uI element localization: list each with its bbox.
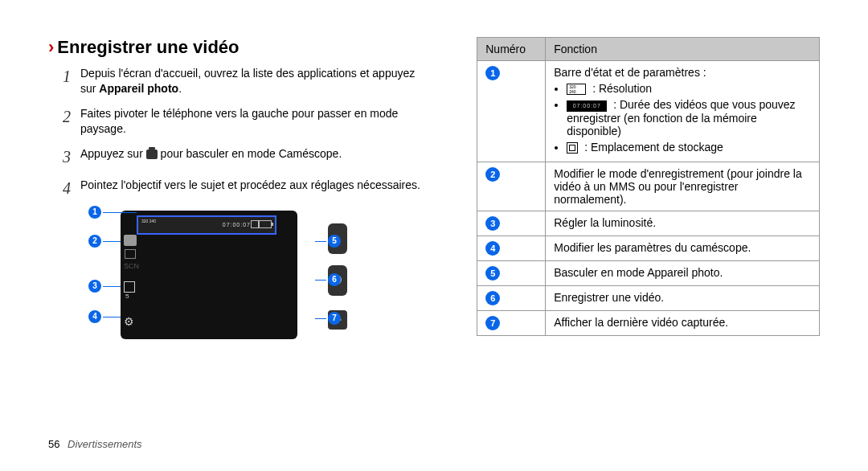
header-fonction: Fonction <box>546 38 820 61</box>
exposure-value: 5 <box>125 293 129 300</box>
timer-text: 07:00:07 <box>223 222 251 227</box>
callout-line <box>103 286 121 287</box>
section-title: Enregistrer une vidéo <box>57 37 239 58</box>
num-circle: 6 <box>485 291 500 305</box>
num-circle: 5 <box>485 266 500 281</box>
bullet-item: 320240 : Résolution <box>567 82 811 95</box>
callout-6: 6 <box>328 273 341 286</box>
chapter-name: Divertissements <box>68 438 141 450</box>
camcorder-diagram: 320 240 07:00:07 SCN 5 ⚙ ▶ 1 2 3 4 5 6 7 <box>88 211 346 363</box>
num-circle: 7 <box>485 316 500 330</box>
step-number: 3 <box>63 146 80 168</box>
callout-3: 3 <box>88 280 101 293</box>
row-desc: Barre d'état et de paramètres : 320240 :… <box>546 61 820 162</box>
text-span: . <box>178 82 182 95</box>
table-row: 6 Enregistrer une vidéo. <box>477 285 820 310</box>
callout-line <box>103 212 137 213</box>
row-desc: Basculer en mode Appareil photo. <box>546 260 820 285</box>
table-row: 2 Modifier le mode d'enregistrement (pou… <box>477 162 820 211</box>
exposure-icon <box>124 281 135 293</box>
record-mode-icon <box>125 249 136 259</box>
bullet-item: : Emplacement de stockage <box>567 141 811 154</box>
diagram-status-bar: 320 240 07:00:07 <box>137 215 276 235</box>
steps-list: 1 Depuis l'écran d'accueil, ouvrez la li… <box>63 66 430 199</box>
callout-4: 4 <box>88 310 101 323</box>
row-num: 1 <box>477 61 546 162</box>
step-3: 3 Appuyez sur pour basculer en mode Camé… <box>63 146 430 168</box>
row-num: 6 <box>477 285 546 310</box>
row-desc: Régler la luminosité. <box>546 211 820 236</box>
step-2: 2 Faites pivoter le téléphone vers la ga… <box>63 106 430 137</box>
step-text: Appuyez sur pour basculer en mode Camésc… <box>80 146 342 168</box>
num-circle: 4 <box>485 241 500 256</box>
callout-line <box>315 241 326 242</box>
num-circle: 1 <box>485 66 500 80</box>
bullet-text: : Emplacement de stockage <box>584 141 723 154</box>
step-number: 4 <box>63 178 80 199</box>
row-desc: Enregistrer une vidéo. <box>546 285 820 310</box>
battery-icon <box>259 220 272 228</box>
row-num: 3 <box>477 211 546 236</box>
callout-line <box>103 317 121 317</box>
step-text: Pointez l'objectif vers le sujet et proc… <box>80 178 420 199</box>
left-column: › Enregistrer une vidéo 1 Depuis l'écran… <box>48 37 430 363</box>
right-column: Numéro Fonction 1 Barre d'état et de par… <box>477 37 820 363</box>
callout-5: 5 <box>328 235 341 248</box>
step-number: 2 <box>63 106 80 137</box>
row-intro: Barre d'état et de paramètres : <box>554 66 811 79</box>
text-span: Appuyez sur <box>80 147 146 160</box>
legend-table: Numéro Fonction 1 Barre d'état et de par… <box>477 37 820 336</box>
bullet-item: 07:00:07 : Durée des vidéos que vous pou… <box>567 98 811 137</box>
resolution-icon: 320 240 <box>141 219 156 223</box>
callout-1: 1 <box>88 206 101 219</box>
row-num: 4 <box>477 236 546 260</box>
num-circle: 3 <box>485 216 500 231</box>
camcorder-mode-icon <box>124 235 137 246</box>
page: › Enregistrer une vidéo 1 Depuis l'écran… <box>0 0 868 363</box>
row-desc: Modifier les paramètres du caméscope. <box>546 236 820 260</box>
storage-icon <box>251 220 259 228</box>
callout-line <box>315 280 326 281</box>
bullet-text: : Résolution <box>592 82 652 95</box>
row-desc: Modifier le mode d'enregistrement (pour … <box>546 162 820 211</box>
storage-icon <box>567 142 578 154</box>
page-footer: 56 Divertissements <box>48 438 142 450</box>
row-num: 5 <box>477 260 546 285</box>
resolution-icon: 320240 <box>567 84 586 95</box>
row-bullets: 320240 : Résolution 07:00:07 : Durée des… <box>554 82 811 154</box>
step-1: 1 Depuis l'écran d'accueil, ouvrez la li… <box>63 66 430 96</box>
step-text: Faites pivoter le téléphone vers la gauc… <box>80 106 430 137</box>
row-desc: Afficher la dernière vidéo capturée. <box>546 310 820 335</box>
gear-icon: ⚙ <box>124 315 134 328</box>
table-row: 7 Afficher la dernière vidéo capturée. <box>477 310 820 335</box>
table-row: 3 Régler la luminosité. <box>477 211 820 236</box>
header-numero: Numéro <box>477 38 546 61</box>
row-num: 7 <box>477 310 546 335</box>
text-span: pour basculer en mode Caméscope. <box>158 147 342 160</box>
timer-icon: 07:00:07 <box>567 100 607 112</box>
step-4: 4 Pointez l'objectif vers le sujet et pr… <box>63 178 430 199</box>
table-header-row: Numéro Fonction <box>477 38 820 61</box>
callout-line <box>103 241 121 242</box>
row-num: 2 <box>477 162 546 211</box>
camera-icon <box>146 149 158 159</box>
bold-span: Appareil photo <box>99 82 178 95</box>
page-number: 56 <box>48 438 59 450</box>
callout-2: 2 <box>88 235 101 248</box>
num-circle: 2 <box>485 167 500 182</box>
scn-label: SCN <box>124 262 139 270</box>
step-text: Depuis l'écran d'accueil, ouvrez la list… <box>80 66 430 96</box>
section-heading: › Enregistrer une vidéo <box>48 37 430 58</box>
step-number: 1 <box>63 66 80 96</box>
table-row: 4 Modifier les paramètres du caméscope. <box>477 236 820 260</box>
chevron-right-icon: › <box>48 39 54 56</box>
callout-line <box>315 318 326 319</box>
table-row: 1 Barre d'état et de paramètres : 320240… <box>477 61 820 162</box>
callout-7: 7 <box>328 312 341 325</box>
table-row: 5 Basculer en mode Appareil photo. <box>477 260 820 285</box>
